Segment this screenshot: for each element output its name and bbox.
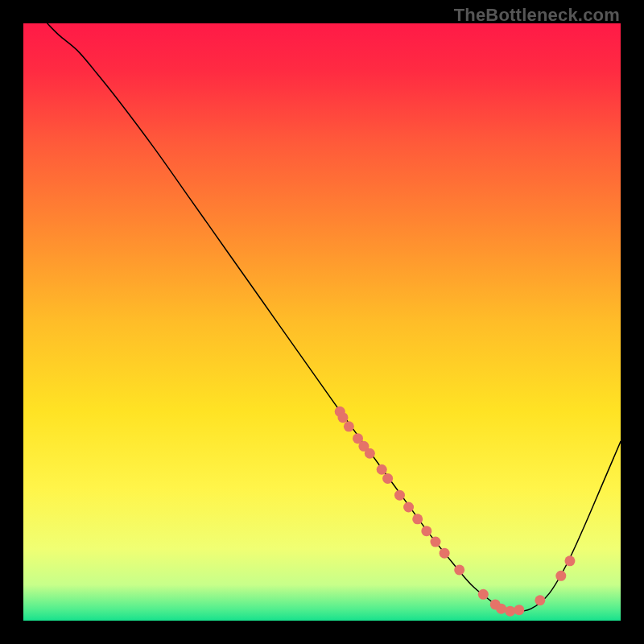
scatter-dot	[382, 473, 393, 484]
scatter-dot	[421, 526, 431, 536]
scatter-dot	[564, 555, 575, 566]
scatter-dot	[377, 464, 387, 475]
scatter-dot	[496, 604, 506, 614]
scatter-dot	[440, 548, 450, 559]
scatter-dot	[454, 564, 464, 575]
scatter-dot	[365, 448, 375, 459]
scatter-dot	[555, 571, 566, 581]
chart-area	[23, 23, 621, 621]
scatter-dot	[505, 606, 515, 617]
scatter-dot	[535, 595, 545, 605]
scatter-dot	[337, 412, 348, 423]
scatter-dot	[412, 514, 423, 524]
scatter-dot	[344, 421, 354, 431]
chart-background	[23, 23, 621, 621]
scatter-dot	[514, 605, 524, 615]
scatter-dot	[430, 537, 440, 547]
scatter-dot	[403, 502, 414, 513]
scatter-dot	[478, 589, 489, 600]
chart-svg	[23, 23, 621, 621]
scatter-dot	[394, 490, 405, 501]
